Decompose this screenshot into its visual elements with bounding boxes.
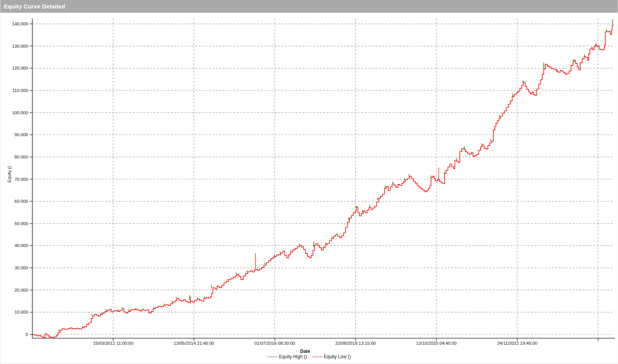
- equity-low-line-swatch: [312, 357, 322, 357]
- chart-legend: Equity High () Equity Low (): [267, 354, 351, 359]
- x-tick-label: 15/03/2012 11:00:00: [82, 341, 144, 346]
- y-tick-label: 70.000: [5, 177, 28, 182]
- legend-label-equity-low: Equity Low (): [324, 354, 351, 359]
- y-tick-label: 0: [5, 332, 28, 337]
- y-tick-label: 20.000: [5, 288, 28, 292]
- x-tick-label: 24/11/2022 19:45:00: [486, 341, 548, 346]
- y-tick-label: 90.000: [5, 132, 28, 137]
- y-tick-label: 60.000: [5, 199, 28, 204]
- equity-high-line-swatch: [267, 357, 277, 357]
- y-tick-label: 120.000: [5, 66, 28, 70]
- legend-item-equity-low: Equity Low (): [312, 354, 351, 359]
- equity-low-series: [32, 24, 613, 337]
- y-tick-label: 140.000: [5, 22, 28, 26]
- y-tick-label: 50.000: [5, 221, 28, 226]
- y-tick-label: 40.000: [5, 243, 28, 248]
- y-tick-label: 30.000: [5, 265, 28, 270]
- y-tick-label: 10.000: [5, 310, 28, 314]
- y-tick-label: 100.000: [5, 110, 28, 115]
- y-tick-label: 80.000: [5, 155, 28, 159]
- y-tick-label: 130.000: [5, 44, 28, 48]
- equity-curve-window: Equity Curve Detailed Equity () Date Equ…: [0, 0, 618, 364]
- x-tick-label: 13/10/2020 04:45:00: [406, 341, 467, 346]
- y-axis-title: Equity (): [7, 161, 12, 188]
- x-axis-title: Date: [292, 349, 319, 354]
- x-tick-label: 01/07/2016 08:30:00: [244, 341, 306, 346]
- y-tick-label: 110.000: [5, 88, 28, 93]
- x-tick-label: 22/08/2018 13:15:00: [325, 341, 386, 346]
- legend-label-equity-high: Equity High (): [279, 354, 307, 359]
- legend-item-equity-high: Equity High (): [267, 354, 307, 359]
- x-tick-label: 13/05/2014 21:45:00: [163, 341, 225, 346]
- equity-curve-plot-area[interactable]: [0, 0, 618, 364]
